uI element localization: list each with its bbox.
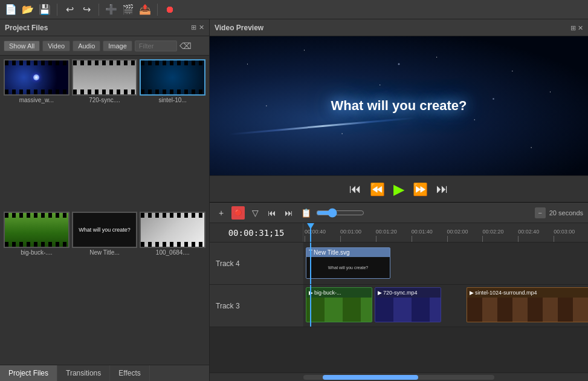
thumbnail-720-sync[interactable]: 720-sync.... [72,59,138,209]
filter-input[interactable] [135,41,177,51]
toolbar-separator-2 [99,4,99,16]
skip-forward-button[interactable]: ⏭ [282,206,296,220]
new-project-button[interactable]: 📄 [4,2,18,17]
clip-button[interactable]: 🎬 [121,2,135,17]
track-3-content[interactable]: ▶ big-buck-... [303,285,588,327]
frame-o2 [482,298,497,322]
ruler-tick-6 [518,236,519,242]
forward-end-button[interactable]: ⏭ [436,182,448,196]
ruler-tick-4 [447,236,448,242]
frame-o5 [528,298,543,322]
ruler-label-7: 00:03:00 [554,229,575,235]
filter-show-all-button[interactable]: Show All [4,41,40,51]
frame-b3 [412,298,430,322]
tab-project-files[interactable]: Project Files [0,365,57,381]
project-files-title: Project Files [5,24,48,32]
frame-o8 [573,298,588,322]
ruler-tick-2 [376,236,376,242]
clip-sintel-frames [467,298,588,322]
forward-button[interactable]: ⏩ [413,182,428,197]
video-preview-header: Video Preview ⊞ ✕ [210,19,588,36]
snap-button[interactable]: 🔴 [231,206,245,220]
open-project-button[interactable]: 📂 [21,2,35,17]
filter-image-button[interactable]: Image [103,41,132,51]
ruler-mark-6: 00:02:40 [517,229,552,242]
timeline-duration: − 20 seconds [535,207,583,218]
undo-button[interactable]: ↩ [62,2,77,17]
frame-4 [361,298,372,322]
scrollbar-thumb[interactable] [323,375,418,380]
record-button[interactable]: ⏺ [163,2,177,17]
clip-720-header: ▶ 720-sync.mp4 [375,288,441,298]
duration-label: 20 seconds [549,209,583,217]
redo-button[interactable]: ↪ [79,2,94,17]
add-button[interactable]: ➕ [104,2,118,17]
export-button[interactable]: 📤 [138,2,152,17]
frame-b1 [375,298,393,322]
ruler-label-6: 00:02:40 [518,229,539,235]
frame-o7 [558,298,573,322]
clip-sintel-label: sintel-1024-surround.mp4 [475,290,537,296]
play-button[interactable]: ▶ [393,181,404,198]
clip-sintel[interactable]: ▶ sintel-1024-surround.mp4 [467,287,588,322]
ruler-label-4: 00:02:00 [447,229,468,235]
ruler-mark-2: 00:01:20 [375,229,410,242]
rewind-start-button[interactable]: ⏮ [349,182,361,196]
tab-transitions[interactable]: Transitions [57,365,110,381]
frame-o4 [512,298,528,322]
title-clip[interactable]: T New Title.svg What will you create? [306,247,390,279]
filter-bar: Show All Video Audio Image ⌫ [0,36,209,56]
thumb-label-new-title: New Title... [72,249,138,256]
right-panel: Video Preview ⊞ ✕ What will you create? … [210,19,588,381]
clip-720-sync[interactable]: ▶ 720-sync.mp4 [375,287,441,322]
ruler-mark-3: 00:01:40 [410,229,446,242]
filter-clear-icon[interactable]: ⌫ [179,41,192,51]
playback-controls: ⏮ ⏪ ▶ ⏩ ⏭ [210,175,588,202]
duration-minus-button[interactable]: − [535,207,546,218]
rewind-button[interactable]: ⏪ [370,182,385,197]
track-3-label-text: Track 3 [216,302,240,310]
track-4-label: Track 4 [210,243,303,284]
zoom-slider[interactable] [316,208,364,218]
thumbnail-new-title[interactable]: What will you create? New Title... [72,212,138,362]
title-clip-label: New Title.svg [314,249,349,256]
skip-back-button[interactable]: ⏮ [265,206,279,220]
track-4-playhead-line [310,243,311,284]
ruler-mark-5: 00:02:20 [481,229,517,242]
scrollbar-track[interactable] [303,375,494,380]
thumbnail-big-buck[interactable]: big-buck-.... [4,212,69,362]
filter-video-button[interactable]: Video [42,41,70,51]
maximize-icon[interactable]: ⊞ [191,24,196,31]
ruler-tick-3 [412,236,412,242]
thumb-label-100-0684: 100_0684.... [140,249,205,256]
video-close-icon[interactable]: ✕ [578,24,583,31]
video-maximize-icon[interactable]: ⊞ [570,24,576,31]
add-track-button[interactable]: + [215,206,228,220]
filter-button[interactable]: ▽ [248,206,262,220]
copy-button[interactable]: 📋 [299,206,312,220]
playhead[interactable] [310,223,311,242]
frame-o1 [467,298,482,322]
video-preview-title: Video Preview [215,24,263,32]
close-icon[interactable]: ✕ [199,24,204,31]
clip-big-buck[interactable]: ▶ big-buck-... [306,287,372,322]
thumbnails-grid: massive_w... 720-sync.... sintel-10... b… [0,56,209,365]
track-row-4: Track 4 T New Title.svg What will you cr… [210,243,588,285]
thumbnail-sintel[interactable]: sintel-10... [140,59,205,209]
frame-3 [343,298,361,322]
save-project-button[interactable]: 💾 [37,2,52,17]
ruler-label-0: 00:00:40 [305,229,326,235]
clip-sintel-header: ▶ sintel-1024-surround.mp4 [467,288,588,298]
thumbnail-100-0684[interactable]: 100_0684.... [140,212,205,362]
thumbnail-massive-w[interactable]: massive_w... [4,59,69,209]
track-4-content[interactable]: T New Title.svg What will you create? [303,243,588,284]
clip-720-icon: ▶ [378,290,382,296]
filter-audio-button[interactable]: Audio [73,41,100,51]
frame-o6 [543,298,558,322]
project-files-controls: ⊞ ✕ [191,24,204,31]
thumb-label-big-buck: big-buck-.... [4,249,69,256]
title-clip-preview: What will you create? [306,257,390,278]
tab-effects[interactable]: Effects [110,365,149,381]
ruler-label-5: 00:02:20 [482,229,503,235]
ruler-tick-7 [554,236,554,242]
